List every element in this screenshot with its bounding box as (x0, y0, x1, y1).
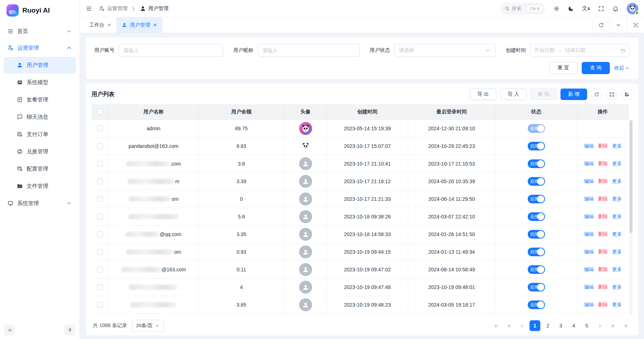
content-fullscreen-button[interactable] (627, 17, 644, 33)
status-toggle[interactable]: 启用 (528, 195, 545, 203)
tab-menu-button[interactable] (609, 17, 627, 33)
delete-link[interactable]: 删除 (598, 284, 608, 290)
notifications-bell-icon[interactable] (612, 5, 619, 12)
sidebar-subitem-2[interactable]: 套餐管理 (4, 91, 76, 108)
sidebar-subitem-3[interactable]: 聊天消息 (4, 109, 76, 125)
reset-button[interactable]: 重置 (549, 62, 577, 74)
fullscreen-icon[interactable] (598, 5, 604, 12)
row-checkbox[interactable] (97, 284, 103, 290)
collapse-sidebar-button[interactable] (4, 325, 15, 335)
row-checkbox[interactable] (97, 214, 103, 220)
refresh-table-button[interactable] (591, 89, 602, 100)
more-link[interactable]: 更多 (612, 302, 622, 308)
more-link[interactable]: 更多 (612, 178, 622, 185)
status-toggle[interactable]: 启用 (528, 124, 545, 133)
delete-link[interactable]: 删除 (598, 302, 608, 308)
delete-link[interactable]: 删除 (598, 213, 608, 220)
tab-user-management[interactable]: 用户管理 ✕ (117, 17, 162, 33)
refresh-page-button[interactable] (592, 17, 609, 33)
edit-link[interactable]: 编辑 (584, 249, 594, 255)
page-button-5[interactable]: 5 (581, 320, 592, 331)
breadcrumb-current[interactable]: 用户管理 (140, 5, 168, 12)
user-avatar[interactable] (627, 3, 638, 14)
delete-link[interactable]: 删除 (598, 196, 608, 202)
status-toggle[interactable]: 启用 (528, 248, 545, 256)
edit-link[interactable]: 编辑 (584, 213, 594, 220)
row-checkbox[interactable] (97, 267, 103, 272)
sidebar-subitem-0[interactable]: 用户管理 (4, 57, 76, 73)
more-link[interactable]: 更多 (612, 266, 622, 273)
edit-link[interactable]: 编辑 (584, 231, 594, 238)
prev-5-pages-button[interactable] (504, 320, 514, 331)
row-checkbox[interactable] (97, 126, 103, 131)
status-toggle[interactable]: 启用 (528, 265, 545, 274)
sidebar-item-operations[interactable]: 运营管理 (4, 40, 76, 56)
pin-sidebar-button[interactable] (64, 325, 75, 335)
delete-link[interactable]: 删除 (598, 231, 608, 238)
translate-icon[interactable]: 文A (582, 5, 590, 12)
page-button-3[interactable]: 3 (555, 320, 566, 331)
row-checkbox[interactable] (97, 161, 103, 167)
more-link[interactable]: 更多 (612, 196, 622, 202)
edit-link[interactable]: 编辑 (584, 266, 594, 273)
delete-button[interactable]: 删除 (530, 89, 557, 100)
settings-gear-icon[interactable] (553, 5, 560, 12)
row-checkbox[interactable] (97, 196, 103, 202)
status-toggle[interactable]: 启用 (528, 283, 545, 291)
page-button-2[interactable]: 2 (542, 320, 553, 331)
row-checkbox[interactable] (97, 143, 103, 149)
search-button[interactable]: 查询 (582, 62, 610, 74)
edit-link[interactable]: 编辑 (584, 161, 594, 167)
column-settings-button[interactable] (621, 89, 632, 100)
table-scrollbar[interactable] (630, 120, 632, 315)
more-link[interactable]: 更多 (612, 249, 622, 255)
last-page-button[interactable] (620, 320, 631, 331)
table-fullscreen-button[interactable] (606, 89, 617, 100)
sidebar-subitem-7[interactable]: 文件管理 (4, 178, 76, 194)
more-link[interactable]: 更多 (612, 213, 622, 220)
edit-link[interactable]: 编辑 (584, 143, 594, 149)
collapse-filters-link[interactable]: 收起 (614, 65, 630, 71)
tab-workbench[interactable]: 工作台 ✕ (84, 17, 117, 33)
delete-link[interactable]: 删除 (598, 161, 608, 167)
dark-mode-moon-icon[interactable] (568, 5, 574, 12)
delete-link[interactable]: 删除 (598, 266, 608, 273)
more-link[interactable]: 更多 (612, 143, 622, 149)
close-icon[interactable]: ✕ (107, 22, 111, 28)
delete-link[interactable]: 删除 (598, 178, 608, 185)
more-link[interactable]: 更多 (612, 161, 622, 167)
row-checkbox[interactable] (97, 249, 103, 255)
row-checkbox[interactable] (97, 302, 103, 308)
edit-link[interactable]: 编辑 (584, 284, 594, 290)
page-button-1[interactable]: 1 (530, 320, 540, 331)
status-toggle[interactable]: 启用 (528, 142, 545, 150)
next-5-pages-button[interactable] (607, 320, 618, 331)
edit-link[interactable]: 编辑 (584, 178, 594, 185)
delete-link[interactable]: 删除 (598, 143, 608, 149)
hamburger-menu-icon[interactable] (86, 5, 92, 12)
add-button[interactable]: 新增 (560, 89, 587, 100)
sidebar-item-system[interactable]: 系统管理 (4, 195, 76, 212)
edit-link[interactable]: 编辑 (584, 302, 594, 308)
account-input[interactable] (119, 44, 223, 57)
date-range-picker[interactable]: 开始日期 → 结束日期 (530, 44, 630, 57)
delete-link[interactable]: 删除 (598, 249, 608, 255)
status-toggle[interactable]: 启用 (528, 212, 545, 221)
page-button-4[interactable]: 4 (568, 320, 579, 331)
page-size-select[interactable]: 20条/页 (132, 320, 164, 331)
brand[interactable]: Ruoyi AI (0, 0, 80, 21)
edit-link[interactable]: 编辑 (584, 196, 594, 202)
more-link[interactable]: 更多 (612, 284, 622, 290)
nickname-input[interactable] (258, 44, 360, 57)
select-all-checkbox[interactable] (97, 109, 103, 115)
status-toggle[interactable]: 启用 (528, 300, 545, 309)
sidebar-subitem-4[interactable]: 支付订单 (4, 126, 76, 143)
export-button[interactable]: 导出 (470, 89, 496, 100)
row-checkbox[interactable] (97, 231, 103, 237)
status-select[interactable]: 请选择 (394, 44, 496, 57)
prev-page-button[interactable] (517, 320, 527, 331)
import-button[interactable]: 导入 (500, 89, 527, 100)
status-toggle[interactable]: 启用 (528, 159, 545, 168)
sidebar-item-home[interactable]: 首页 (4, 23, 76, 40)
status-toggle[interactable]: 启用 (528, 177, 545, 186)
